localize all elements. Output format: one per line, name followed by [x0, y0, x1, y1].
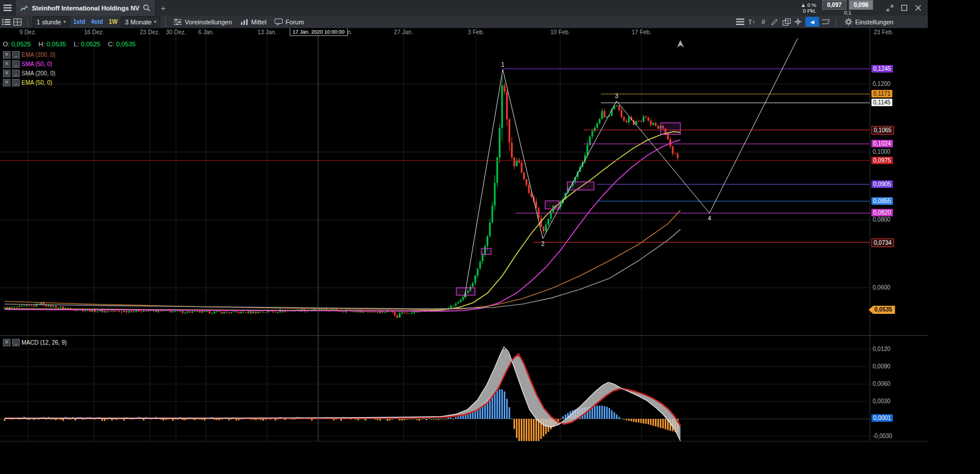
maximize-window-button[interactable] [899, 3, 909, 13]
range-select[interactable]: 3 Monate ▾ [121, 16, 160, 27]
detach-window-button[interactable] [885, 3, 895, 13]
new-tab-button[interactable]: + [156, 3, 171, 13]
indicator-label: EMA (200, 0) [21, 52, 55, 58]
price-axis-badge: 0,1024 [871, 140, 893, 147]
indicator-legend-row: X_SMA (50, 0) [3, 60, 52, 68]
indicator-minimize-button[interactable]: _ [12, 60, 20, 68]
indicator-close-button[interactable]: X [3, 51, 10, 59]
quick-timeframe-button[interactable]: 1std [73, 19, 85, 25]
search-icon[interactable] [143, 4, 150, 12]
macd-axis-tick: 0,0030 [873, 398, 891, 404]
time-axis-label: 3 Feb. [468, 29, 484, 35]
layers-icon[interactable] [781, 17, 792, 27]
price-axis-tick: 0,0800 [873, 216, 891, 223]
ohlc-readout: O:0,0525 H:0,0535 L:0,0525 C:0,0535 [3, 41, 142, 48]
indicator-legend-row: X_EMA (50, 0) [3, 79, 52, 86]
time-axis-label: 13 Jan. [258, 29, 277, 35]
price-axis-badge: 0,0820 [871, 209, 893, 216]
price-axis-badge: 0,1145 [871, 99, 892, 106]
presets-button[interactable]: Voreinstellungen [170, 19, 236, 26]
price-axis-badge: 0,1171 [871, 90, 892, 97]
quote-list-icon[interactable] [0, 17, 12, 27]
chart-toolbar: 1 stunde ▾ 1std4std1W 3 Monate ▾ Voreins… [0, 16, 928, 28]
chevron-down-icon: ▾ [154, 19, 156, 24]
title-bar: Steinhoff International Holdings NV + ▲ … [0, 0, 928, 16]
crosshair-tool-icon[interactable] [792, 17, 804, 27]
macd-axis-tick: 0,0120 [873, 346, 891, 352]
settings-label: Einstellungen [855, 19, 893, 26]
sell-bid-button[interactable]: 0,097 [822, 0, 846, 10]
price-axis-tick: 0,0600 [873, 284, 891, 291]
svg-text:1: 1 [501, 61, 505, 68]
instrument-tab[interactable]: Steinhoff International Holdings NV [15, 0, 156, 16]
text-tool-icon[interactable]: T↑ [746, 17, 758, 27]
eraser-icon[interactable] [820, 17, 832, 27]
instrument-title: Steinhoff International Holdings NV [32, 5, 139, 12]
crosshair-date-tooltip: 17 Jan. 2020 10:00:00 [290, 28, 348, 36]
quick-timeframe-group: 1std4std1W [70, 19, 120, 25]
indicator-legend-row: X_SMA (200, 0) [3, 70, 55, 77]
buy-ask-button[interactable]: 0,098 [849, 0, 873, 10]
forum-button[interactable]: Forum [271, 19, 308, 26]
presets-label: Voreinstellungen [185, 19, 232, 26]
price-axis-tick: 0,1200 [873, 81, 891, 87]
undo-back-button[interactable]: ◀ [805, 17, 819, 27]
close-window-button[interactable] [913, 3, 923, 13]
range-value: 3 Monate [125, 19, 152, 26]
indicator-label: EMA (50, 0) [21, 79, 52, 86]
macd-minimize-button[interactable]: _ [12, 339, 20, 346]
timeframe-select[interactable]: 1 stunde ▾ [33, 16, 70, 27]
back-arrow-icon: ◀ [810, 19, 814, 25]
indicator-label: SMA (200, 0) [21, 70, 55, 77]
gear-icon [845, 18, 852, 26]
indicators-label: Mittel [251, 19, 266, 26]
macd-value-badge: 0,0001 [871, 414, 893, 422]
chevron-down-icon: ▾ [63, 19, 66, 24]
draw-tool-icon[interactable] [769, 17, 781, 27]
time-axis-label: 23 Dez. [140, 29, 160, 35]
price-axis-badge: 0,0855 [871, 197, 893, 205]
price-axis-tick: 0,1000 [873, 149, 891, 155]
object-list-icon[interactable] [734, 17, 746, 27]
maximize-icon [901, 5, 907, 11]
time-axis-label: 17 Feb. [632, 29, 651, 35]
price-axis-badge: 0,1245 [871, 65, 893, 73]
macd-close-button[interactable]: X [3, 339, 10, 346]
time-axis-label: 10 Feb. [550, 29, 570, 35]
indicator-legend-row: X_EMA (200, 0) [3, 51, 55, 59]
close-value: 0,0535 [116, 41, 136, 48]
time-axis-label: n. [348, 29, 352, 35]
indicator-minimize-button[interactable]: _ [12, 51, 20, 59]
timeframe-value: 1 stunde [37, 19, 61, 26]
indicator-label: SMA (50, 0) [21, 61, 52, 67]
indicator-close-button[interactable]: X [3, 60, 10, 68]
indicator-minimize-button[interactable]: _ [12, 79, 20, 86]
layout-grid-icon[interactable] [12, 17, 23, 27]
chart-canvas[interactable]: 1234 [0, 0, 928, 474]
grid-tool-icon[interactable]: # [758, 17, 769, 27]
time-axis-label: 23 Feb. [874, 29, 893, 35]
indicator-close-button[interactable]: X [3, 79, 10, 86]
indicators-button[interactable]: Mittel [236, 19, 271, 26]
resize-arrows-icon [887, 5, 893, 12]
indicator-close-button[interactable]: X [3, 70, 10, 77]
indicator-minimize-button[interactable]: _ [12, 70, 20, 77]
application-window: 1234 17 Jan. 2020 10:00:00 O:0,0525 H:0,… [0, 0, 980, 474]
svg-text:4: 4 [708, 215, 711, 222]
speech-bubble-icon [275, 19, 283, 26]
hamburger-icon [3, 5, 12, 11]
quick-timeframe-button[interactable]: 4std [91, 19, 103, 25]
price-axis-badge: 0,0905 [871, 180, 893, 188]
settings-button[interactable]: Einstellungen [841, 18, 898, 26]
macd-axis-tick: 0,0060 [873, 381, 891, 387]
main-menu-button[interactable] [0, 0, 15, 16]
toolbar-separator [165, 18, 165, 26]
high-label: H: [38, 41, 45, 48]
time-axis-label: 9 Dez. [20, 29, 37, 35]
toolbar-separator [836, 18, 837, 26]
open-label: O: [3, 41, 10, 48]
quick-timeframe-button[interactable]: 1W [109, 19, 117, 25]
toolbar-separator [27, 18, 28, 26]
macd-label: MACD (12, 26, 9) [21, 339, 67, 346]
time-axis-label: 27 Jan. [394, 29, 413, 35]
